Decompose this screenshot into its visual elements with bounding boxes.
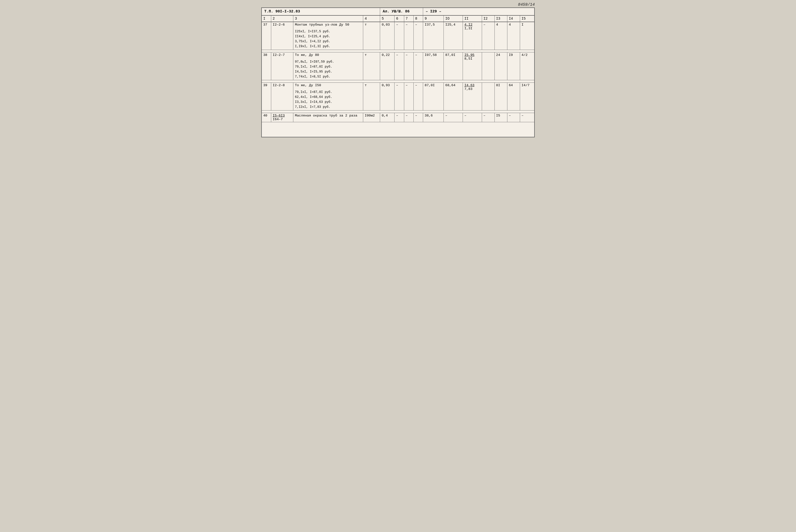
row-col14: I9 — [507, 52, 520, 80]
row-col14: 4 — [507, 22, 520, 50]
row-col8: – — [414, 113, 423, 122]
row-description: То же, Ду 8097,8ьI, I=I07,59 руб.79,IxI,… — [293, 52, 363, 80]
col-header-11: II — [463, 15, 482, 22]
row-col14: – — [507, 113, 520, 122]
col-header-9: 9 — [423, 15, 444, 22]
row-code: I2–2–7 — [271, 52, 293, 80]
row-col9: I37,5 — [423, 22, 444, 50]
row-col6: – — [395, 52, 404, 80]
row-col11: 4,I2I,3I — [463, 22, 482, 50]
col-header-8: 8 — [414, 15, 423, 22]
row-col6: – — [395, 22, 404, 50]
row-unit: т — [363, 52, 380, 80]
row-col12 — [482, 83, 494, 111]
row-col10: 68,64 — [444, 83, 463, 111]
row-col13: 24 — [494, 52, 507, 80]
row-number: 39 — [261, 83, 271, 111]
col-header-5: 5 — [380, 15, 395, 22]
row-col11: – — [463, 113, 482, 122]
row-description: Масляная окраска труб за 2 раза — [293, 113, 363, 122]
spacer-row — [261, 80, 535, 83]
row-code: I2–2–8 — [271, 83, 293, 111]
row-col12 — [482, 52, 494, 80]
row-col11: I4,637,83 — [463, 83, 482, 111]
row-col15: – — [520, 113, 535, 122]
row-col7: – — [404, 113, 413, 122]
row-col10: – — [444, 113, 463, 122]
row-unit: т — [363, 83, 380, 111]
row-number: 38 — [261, 52, 271, 80]
row-unit: т — [363, 22, 380, 50]
row-col7: – — [404, 22, 413, 50]
row-col9: 87,0I — [423, 83, 444, 111]
col-headers-row: I 2 3 4 5 6 7 8 9 IO II I2 I3 I4 I5 — [261, 15, 535, 22]
row-col12: – — [482, 22, 494, 50]
table-row: 38I2–2–7То же, Ду 8097,8ьI, I=I07,59 руб… — [261, 52, 535, 80]
row-code: I5–6I3I64–7 — [271, 113, 293, 122]
col-header-7: 7 — [404, 15, 413, 22]
table-row: 39I2–2–8То же, Ду I5079,IxI, I=87,0I руб… — [261, 83, 535, 111]
row-code: I2–2–6 — [271, 22, 293, 50]
row-col5: 0,03 — [380, 22, 395, 50]
row-col6: – — [395, 83, 404, 111]
header-col1: Т.П. 90I–I–32.83 — [261, 8, 380, 15]
row-col12: – — [482, 113, 494, 122]
page-number: 8459/14 — [518, 2, 535, 7]
col-header-2: 2 — [271, 15, 293, 22]
spacer-row — [261, 50, 535, 52]
row-col7: – — [404, 52, 413, 80]
row-col8: – — [414, 52, 423, 80]
row-col10: I25,4 — [444, 22, 463, 50]
col-header-4: 4 — [363, 15, 380, 22]
row-notes: 97,8ьI, I=I07,59 руб.79,IxI, I=87,0I руб… — [295, 58, 361, 79]
row-col5: 0,4 — [380, 113, 395, 122]
row-col8: – — [414, 83, 423, 111]
row-notes: I25xI, I=I37,5 руб.II4xI, I=I25,4 руб.3,… — [295, 28, 361, 49]
row-description: То же, Ду I5079,IxI, I=87,0I руб.62,4xI,… — [293, 83, 363, 111]
row-number: 37 — [261, 22, 271, 50]
spacer-row — [261, 111, 535, 113]
row-col6: – — [395, 113, 404, 122]
col-header-13: I3 — [494, 15, 507, 22]
main-table: Т.П. 90I–I–32.83 Ал. УШ/Ш. 86 – I29 – I … — [261, 7, 535, 137]
row-col9: 38,6 — [423, 113, 444, 122]
header-col3: – I29 – — [423, 8, 535, 15]
table-body: 37I2–2–6Монтаж трубных уз-лов Ду 50I25xI… — [261, 22, 535, 137]
row-col5: 0,22 — [380, 52, 395, 80]
col-header-1: I — [261, 15, 271, 22]
col-header-10: IO — [444, 15, 463, 22]
row-col15: I4/7 — [520, 83, 535, 111]
row-description: Монтаж трубных уз-лов Ду 50I25xI, I=I37,… — [293, 22, 363, 50]
page-wrapper: 8459/14 Т.П. 90I–I–32.83 Ал. УШ/Ш. 86 – … — [261, 7, 535, 137]
row-col9: I07,58 — [423, 52, 444, 80]
col-header-14: I4 — [507, 15, 520, 22]
row-col8: – — [414, 22, 423, 50]
col-header-15: I5 — [520, 15, 535, 22]
header-col2: Ал. УШ/Ш. 86 — [380, 8, 423, 15]
row-col5: 0,93 — [380, 83, 395, 111]
row-number: 40 — [261, 113, 271, 122]
table-row: 37I2–2–6Монтаж трубных уз-лов Ду 50I25xI… — [261, 22, 535, 50]
row-col15: I — [520, 22, 535, 50]
row-col14: 64 — [507, 83, 520, 111]
row-col13: 4 — [494, 22, 507, 50]
row-col13: I5 — [494, 113, 507, 122]
bottom-pad-row — [261, 122, 535, 137]
header-row: Т.П. 90I–I–32.83 Ал. УШ/Ш. 86 – I29 – — [261, 8, 535, 15]
row-unit: I00м2 — [363, 113, 380, 122]
row-col7: – — [404, 83, 413, 111]
row-col10: 87,0I — [444, 52, 463, 80]
row-col15: 4/2 — [520, 52, 535, 80]
row-col13: 8I — [494, 83, 507, 111]
col-header-6: 6 — [395, 15, 404, 22]
row-col11: I5,958,5I — [463, 52, 482, 80]
col-header-12: I2 — [482, 15, 494, 22]
col-header-3: 3 — [293, 15, 363, 22]
table-row: 40I5–6I3I64–7Масляная окраска труб за 2 … — [261, 113, 535, 122]
row-notes: 79,IxI, I=87,0I руб.62,4xI, I=68,64 руб.… — [295, 89, 361, 110]
